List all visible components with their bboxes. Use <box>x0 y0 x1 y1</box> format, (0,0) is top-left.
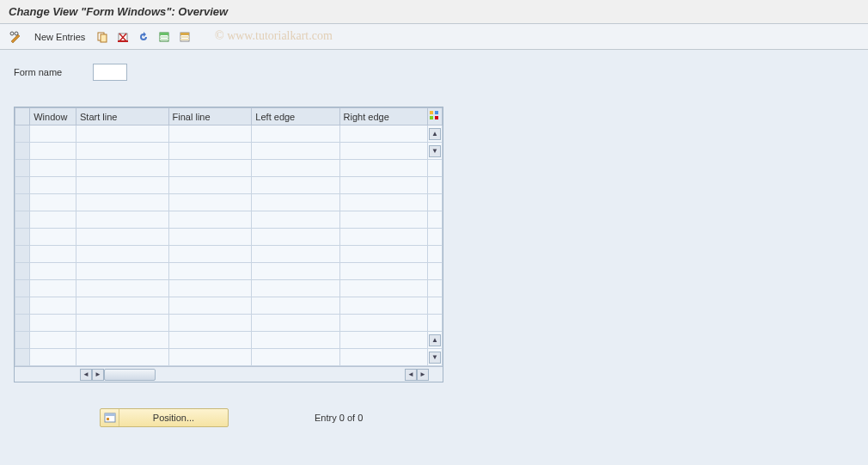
scroll-right-end-button[interactable]: ► <box>417 369 429 381</box>
table-row[interactable] <box>15 297 443 315</box>
table-row[interactable] <box>15 211 443 229</box>
table-cell[interactable] <box>168 177 252 194</box>
vscroll-track[interactable]: ▼ <box>427 349 442 366</box>
table-cell[interactable] <box>30 229 76 246</box>
table-cell[interactable] <box>339 125 427 143</box>
vscroll-track[interactable] <box>427 246 442 263</box>
row-selector[interactable] <box>15 297 30 315</box>
table-cell[interactable] <box>168 246 252 263</box>
table-cell[interactable] <box>76 263 168 280</box>
table-cell[interactable] <box>168 315 252 332</box>
table-cell[interactable] <box>168 211 252 229</box>
copy-button[interactable] <box>94 28 111 46</box>
undo-button[interactable] <box>135 28 152 46</box>
vscroll-track[interactable] <box>427 229 442 246</box>
scroll-up-end-button[interactable]: ▲ <box>429 334 441 346</box>
row-selector[interactable] <box>15 143 30 160</box>
table-cell[interactable] <box>168 280 252 297</box>
table-cell[interactable] <box>76 194 168 211</box>
table-cell[interactable] <box>76 332 168 349</box>
scroll-left-button[interactable]: ◄ <box>80 369 92 381</box>
table-cell[interactable] <box>76 160 168 177</box>
table-row[interactable] <box>15 160 443 177</box>
table-row[interactable] <box>15 194 443 211</box>
vscroll-track[interactable] <box>427 315 442 332</box>
table-cell[interactable] <box>339 143 427 160</box>
table-cell[interactable] <box>252 315 339 332</box>
column-header-final-line[interactable]: Final line <box>168 108 252 125</box>
table-cell[interactable] <box>252 160 339 177</box>
row-selector-header[interactable] <box>15 108 30 125</box>
table-cell[interactable] <box>252 211 339 229</box>
table-cell[interactable] <box>76 211 168 229</box>
table-cell[interactable] <box>252 194 339 211</box>
table-cell[interactable] <box>30 177 76 194</box>
table-cell[interactable] <box>168 125 252 143</box>
column-header-left-edge[interactable]: Left edge <box>252 108 339 125</box>
scroll-down-end-button[interactable]: ▼ <box>429 352 441 364</box>
row-selector[interactable] <box>15 263 30 280</box>
table-cell[interactable] <box>30 125 76 143</box>
table-row[interactable]: ▲ <box>15 125 443 143</box>
vscroll-track[interactable]: ▲ <box>427 125 442 143</box>
table-cell[interactable] <box>30 297 76 315</box>
row-selector[interactable] <box>15 349 30 366</box>
row-selector[interactable] <box>15 125 30 143</box>
table-cell[interactable] <box>252 297 339 315</box>
table-cell[interactable] <box>252 143 339 160</box>
column-header-right-edge[interactable]: Right edge <box>339 108 427 125</box>
new-entries-button[interactable]: New Entries <box>29 30 90 44</box>
row-selector[interactable] <box>15 194 30 211</box>
table-cell[interactable] <box>76 229 168 246</box>
hscroll-thumb[interactable] <box>104 369 156 381</box>
table-cell[interactable] <box>76 315 168 332</box>
table-cell[interactable] <box>76 143 168 160</box>
table-cell[interactable] <box>252 280 339 297</box>
form-windows-table[interactable]: Window Start line Final line Left edge R… <box>15 107 443 366</box>
table-cell[interactable] <box>339 194 427 211</box>
table-cell[interactable] <box>339 297 427 315</box>
table-row[interactable] <box>15 263 443 280</box>
vscroll-track[interactable] <box>427 160 442 177</box>
vscroll-track[interactable] <box>427 297 442 315</box>
table-cell[interactable] <box>30 280 76 297</box>
table-cell[interactable] <box>76 177 168 194</box>
table-row[interactable] <box>15 315 443 332</box>
table-cell[interactable] <box>339 229 427 246</box>
table-cell[interactable] <box>168 332 252 349</box>
row-selector[interactable] <box>15 332 30 349</box>
select-all-button[interactable] <box>156 28 173 46</box>
table-cell[interactable] <box>30 143 76 160</box>
table-cell[interactable] <box>76 125 168 143</box>
delete-button[interactable] <box>114 28 131 46</box>
table-cell[interactable] <box>30 194 76 211</box>
table-cell[interactable] <box>168 160 252 177</box>
table-cell[interactable] <box>30 263 76 280</box>
row-selector[interactable] <box>15 280 30 297</box>
row-selector[interactable] <box>15 315 30 332</box>
column-header-start-line[interactable]: Start line <box>76 108 168 125</box>
table-cell[interactable] <box>30 211 76 229</box>
scroll-left-end-button[interactable]: ◄ <box>405 369 417 381</box>
vscroll-track[interactable] <box>427 177 442 194</box>
table-cell[interactable] <box>252 246 339 263</box>
table-cell[interactable] <box>168 143 252 160</box>
table-cell[interactable] <box>76 246 168 263</box>
table-cell[interactable] <box>168 297 252 315</box>
table-cell[interactable] <box>30 349 76 366</box>
table-row[interactable] <box>15 246 443 263</box>
toggle-edit-button[interactable] <box>7 28 24 46</box>
deselect-all-button[interactable] <box>176 28 193 46</box>
table-cell[interactable] <box>339 246 427 263</box>
form-name-input[interactable] <box>93 64 127 81</box>
table-cell[interactable] <box>339 211 427 229</box>
table-cell[interactable] <box>30 315 76 332</box>
table-cell[interactable] <box>30 160 76 177</box>
table-cell[interactable] <box>76 297 168 315</box>
table-cell[interactable] <box>252 125 339 143</box>
scroll-up-button[interactable]: ▲ <box>429 128 441 140</box>
vscroll-track[interactable] <box>427 280 442 297</box>
table-cell[interactable] <box>339 160 427 177</box>
table-cell[interactable] <box>339 332 427 349</box>
table-row[interactable] <box>15 229 443 246</box>
